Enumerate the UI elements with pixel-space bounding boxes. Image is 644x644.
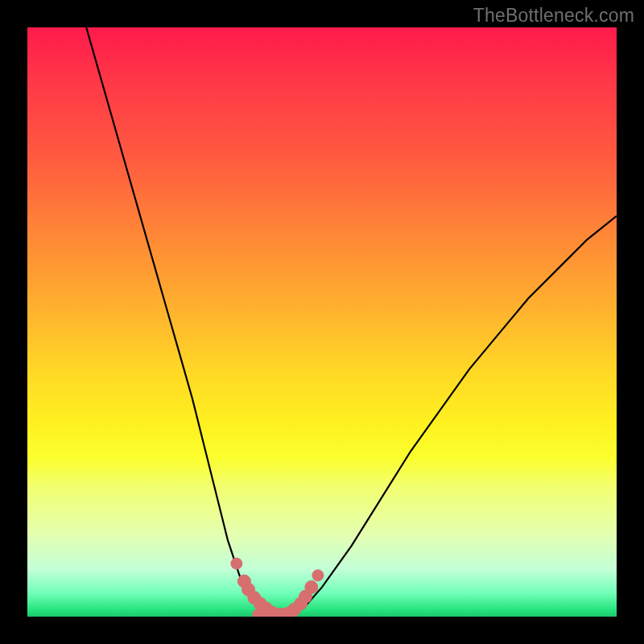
marker-dot xyxy=(305,580,318,593)
marker-dot xyxy=(231,558,242,569)
bottleneck-curve xyxy=(86,27,617,616)
marker-dot xyxy=(312,570,324,581)
optimal-region-markers xyxy=(231,558,324,617)
plot-area xyxy=(27,27,617,617)
chart-svg xyxy=(27,27,617,617)
chart-frame: TheBottleneck.com xyxy=(0,0,644,644)
minimum-plateau-bar xyxy=(253,609,295,617)
watermark-label: TheBottleneck.com xyxy=(473,5,634,27)
